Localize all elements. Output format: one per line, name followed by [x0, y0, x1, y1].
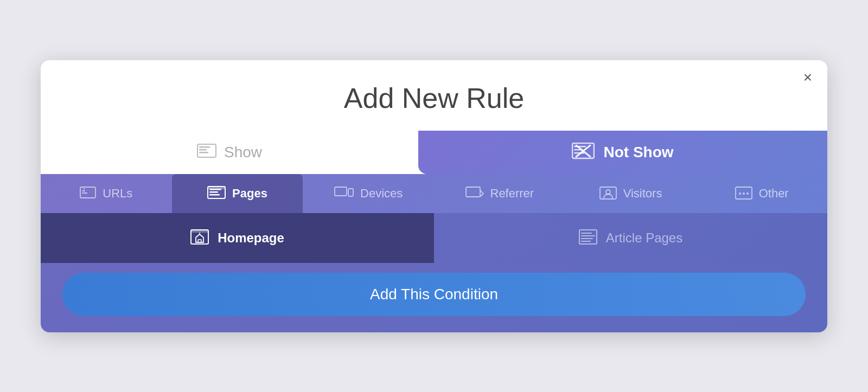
- svg-rect-17: [209, 194, 220, 196]
- homepage-icon: [190, 229, 209, 247]
- tab-pages[interactable]: Pages: [172, 174, 303, 213]
- tab-pages-label: Pages: [232, 187, 267, 201]
- svg-rect-16: [209, 191, 218, 193]
- svg-rect-33: [581, 235, 595, 236]
- sub-option-article-pages[interactable]: Article Pages: [434, 213, 827, 263]
- svg-rect-32: [581, 233, 592, 234]
- category-tabs: URLs Pages: [41, 174, 827, 213]
- pages-icon: [207, 186, 226, 201]
- devices-icon: [334, 187, 354, 201]
- sub-option-homepage[interactable]: Homepage: [41, 213, 434, 263]
- tab-devices-label: Devices: [360, 187, 403, 201]
- urls-icon: [80, 187, 96, 201]
- other-icon: [735, 187, 752, 201]
- modal-container: × Add New Rule Show: [41, 60, 827, 332]
- svg-rect-3: [199, 152, 208, 153]
- referrer-icon: [465, 187, 484, 201]
- tab-urls[interactable]: URLs: [41, 174, 172, 213]
- article-pages-icon: [579, 229, 597, 247]
- tab-visitors-label: Visitors: [623, 187, 662, 201]
- modal-title: Add New Rule: [41, 60, 827, 131]
- svg-rect-0: [197, 144, 216, 157]
- tab-referrer[interactable]: Referrer: [434, 174, 565, 213]
- tab-referrer-label: Referrer: [490, 187, 534, 201]
- svg-rect-2: [199, 149, 207, 151]
- svg-rect-35: [581, 241, 591, 242]
- tab-other[interactable]: Other: [696, 174, 827, 213]
- svg-point-23: [606, 190, 610, 194]
- toggle-row: Show Not Show: [41, 131, 827, 174]
- tab-other-label: Other: [759, 187, 789, 201]
- svg-rect-21: [466, 187, 480, 197]
- svg-rect-30: [198, 240, 201, 242]
- show-toggle[interactable]: Show: [41, 131, 418, 174]
- not-show-toggle[interactable]: Not Show: [418, 131, 827, 174]
- modal-backdrop: × Add New Rule Show: [0, 0, 868, 392]
- svg-rect-5: [574, 146, 586, 147]
- close-button[interactable]: ×: [803, 70, 812, 85]
- svg-rect-31: [579, 230, 597, 244]
- show-label: Show: [224, 144, 262, 161]
- svg-rect-19: [335, 187, 347, 196]
- svg-rect-11: [82, 190, 85, 191]
- svg-rect-29: [191, 230, 208, 233]
- svg-point-13: [84, 188, 85, 189]
- tab-urls-label: URLs: [103, 187, 132, 201]
- svg-rect-18: [208, 187, 225, 189]
- not-show-icon: [572, 143, 595, 162]
- svg-point-25: [739, 192, 741, 195]
- svg-rect-22: [600, 187, 616, 199]
- sub-option-article-pages-label: Article Pages: [606, 230, 682, 246]
- tab-visitors[interactable]: Visitors: [565, 174, 697, 213]
- add-condition-row: Add This Condition: [41, 263, 827, 332]
- svg-point-26: [743, 192, 745, 195]
- not-show-label: Not Show: [603, 144, 673, 161]
- svg-rect-20: [348, 189, 353, 196]
- svg-point-27: [746, 192, 749, 195]
- svg-rect-34: [581, 238, 593, 239]
- add-condition-button[interactable]: Add This Condition: [62, 273, 806, 316]
- visitors-icon: [599, 187, 617, 201]
- sub-option-homepage-label: Homepage: [218, 230, 284, 246]
- svg-rect-1: [199, 146, 210, 148]
- sub-options-row: Homepage Article Pages: [41, 213, 827, 263]
- tab-devices[interactable]: Devices: [303, 174, 434, 213]
- svg-rect-12: [82, 192, 87, 194]
- show-icon: [197, 144, 216, 161]
